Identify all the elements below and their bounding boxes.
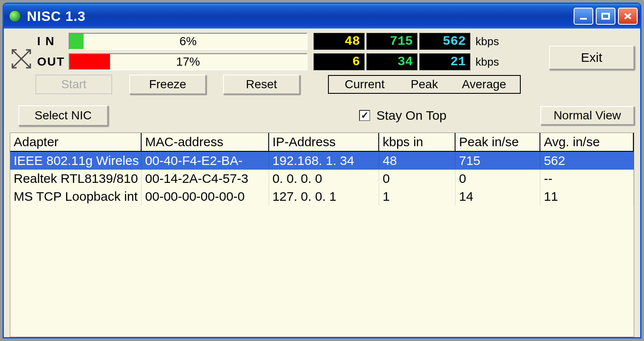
select-nic-button[interactable]: Select NIC xyxy=(18,105,108,126)
table-row[interactable]: IEEE 802.11g Wireles00-40-F4-E2-BA-192.1… xyxy=(10,152,634,170)
exit-button[interactable]: Exit xyxy=(549,46,634,69)
cell: 562 xyxy=(540,152,634,170)
cell: Realtek RTL8139/810 xyxy=(10,170,142,188)
cell: -- xyxy=(540,170,634,188)
cell: 127. 0. 0. 1 xyxy=(269,188,380,205)
in-current-led: 48 xyxy=(313,33,365,50)
meter-out-row: OUT 17% 6 34 21 kbps xyxy=(35,53,528,70)
svg-rect-1 xyxy=(602,14,609,19)
window-title: NISC 1.3 xyxy=(27,9,86,24)
stat-peak: Peak xyxy=(395,78,454,91)
cell: 715 xyxy=(455,152,540,170)
freeze-button[interactable]: Freeze xyxy=(129,75,206,94)
in-unit: kbps xyxy=(476,35,499,48)
in-average-led: 562 xyxy=(419,33,470,50)
cell: 48 xyxy=(379,152,455,170)
stay-on-top-label: Stay On Top xyxy=(376,108,447,123)
table-row[interactable]: Realtek RTL8139/81000-14-2A-C4-57-3 0. 0… xyxy=(10,170,634,188)
minimize-button[interactable] xyxy=(574,8,593,25)
cell: 00-14-2A-C4-57-3 xyxy=(142,170,269,188)
out-average-led: 21 xyxy=(419,53,470,70)
adapter-grid[interactable]: Adapter MAC-address IP-Address kbps in P… xyxy=(10,133,634,337)
cell: 0. 0. 0. 0 xyxy=(269,170,380,188)
out-label: OUT xyxy=(35,55,69,69)
cell: 0 xyxy=(379,170,455,188)
out-current-led: 6 xyxy=(313,53,365,70)
out-peak-led: 34 xyxy=(366,53,418,70)
out-progress: 17% xyxy=(69,53,307,70)
expand-icon[interactable] xyxy=(10,47,33,70)
out-percent: 17% xyxy=(70,54,307,69)
cell: 0 xyxy=(455,170,540,188)
in-progress: 6% xyxy=(69,33,307,50)
cell: 11 xyxy=(540,188,634,205)
in-label: I N xyxy=(35,35,69,48)
col-kbps-in[interactable]: kbps in xyxy=(379,133,455,151)
in-peak-led: 715 xyxy=(366,33,418,50)
stat-current: Current xyxy=(335,78,395,91)
stay-on-top[interactable]: ✓ Stay On Top xyxy=(359,108,447,123)
cell: 1 xyxy=(379,188,455,205)
col-avg-in[interactable]: Avg. in/se xyxy=(540,133,634,151)
cell: MS TCP Loopback int xyxy=(10,188,142,205)
stat-average: Average xyxy=(454,78,514,91)
maximize-button[interactable] xyxy=(596,8,615,25)
stat-labels: Current Peak Average xyxy=(328,75,521,94)
in-percent: 6% xyxy=(70,34,307,49)
app-window: NISC 1.3 I N xyxy=(3,3,641,338)
client-area: I N 6% 48 715 562 kbps OUT xyxy=(4,29,640,337)
cell: 192.168. 1. 34 xyxy=(269,152,380,170)
normal-view-button[interactable]: Normal View xyxy=(540,106,634,125)
cell: IEEE 802.11g Wireles xyxy=(10,152,142,170)
close-button[interactable] xyxy=(618,8,638,25)
start-button[interactable]: Start xyxy=(35,75,112,94)
col-peak-in[interactable]: Peak in/se xyxy=(455,133,540,151)
out-unit: kbps xyxy=(476,55,499,69)
titlebar[interactable]: NISC 1.3 xyxy=(4,4,640,29)
stay-on-top-checkbox[interactable]: ✓ xyxy=(359,110,370,121)
cell: 00-40-F4-E2-BA- xyxy=(142,152,269,170)
app-icon xyxy=(9,10,21,22)
col-adapter[interactable]: Adapter xyxy=(10,133,142,151)
grid-header: Adapter MAC-address IP-Address kbps in P… xyxy=(10,133,634,152)
cell: 00-00-00-00-00-0 xyxy=(142,188,269,205)
cell: 14 xyxy=(455,188,540,205)
reset-button[interactable]: Reset xyxy=(223,75,300,94)
meter-in-row: I N 6% 48 715 562 kbps xyxy=(35,33,528,50)
table-row[interactable]: MS TCP Loopback int00-00-00-00-00-0127. … xyxy=(10,188,634,205)
col-ip[interactable]: IP-Address xyxy=(269,133,380,151)
col-mac[interactable]: MAC-address xyxy=(142,133,269,151)
